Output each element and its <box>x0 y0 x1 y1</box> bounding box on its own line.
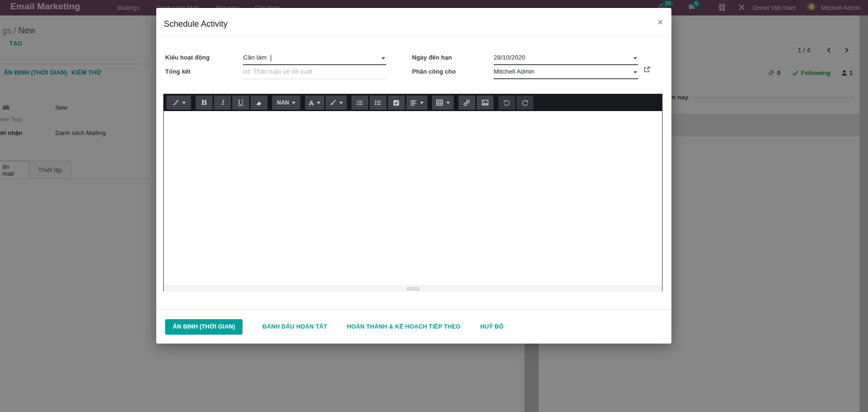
magic-wand-icon <box>172 99 179 106</box>
table-caret-icon <box>446 102 450 104</box>
undo-icon <box>503 99 510 106</box>
mark-done-button[interactable]: ĐÁNH DẤU HOÀN TẤT <box>262 323 327 330</box>
summary-placeholder: vd: Thảo luận về đề xuất <box>243 68 312 75</box>
summary-label: Tổng kết <box>165 68 190 75</box>
summary-input[interactable]: vd: Thảo luận về đề xuất <box>243 65 386 79</box>
note-editor: B I U NAN A <box>163 94 662 292</box>
screen: Email Marketing Mailings Danh sách Mail … <box>0 0 868 412</box>
assigned-to-label: Phân công cho <box>412 68 456 75</box>
link-icon <box>463 99 470 106</box>
font-size-caret-icon <box>292 102 296 104</box>
list-ol-icon <box>374 99 381 106</box>
italic-button[interactable]: I <box>214 96 231 110</box>
assigned-to-value: Mitchell Admin <box>494 68 534 75</box>
schedule-button[interactable]: ẤN ĐỊNH (THỜI GIAN) <box>165 319 243 335</box>
redo-button[interactable] <box>517 96 533 110</box>
table-button[interactable] <box>432 96 454 110</box>
font-color-button[interactable]: A <box>305 96 324 110</box>
table-icon <box>436 99 443 106</box>
eraser-button[interactable] <box>251 96 267 110</box>
bold-button[interactable]: B <box>196 96 213 110</box>
due-date-label: Ngày đến hạn <box>412 54 452 61</box>
activity-type-caret-icon[interactable] <box>381 57 385 60</box>
close-icon[interactable]: × <box>657 17 663 27</box>
checklist-button[interactable] <box>388 96 405 110</box>
underline-button[interactable]: U <box>232 96 249 110</box>
modal-title: Schedule Activity <box>164 19 228 29</box>
activity-type-select[interactable]: Cần làm <box>243 51 386 65</box>
highlight-caret-icon <box>339 102 343 104</box>
modal-footer: ẤN ĐỊNH (THỜI GIAN) ĐÁNH DẤU HOÀN TẤT HO… <box>156 309 671 344</box>
eraser-icon <box>255 99 263 106</box>
list-ul-icon <box>356 99 363 106</box>
done-schedule-next-button[interactable]: HOÀN THÀNH & KẾ HOẠCH TIẾP THEO <box>347 323 460 330</box>
editor-toolbar: B I U NAN A <box>164 94 662 111</box>
font-color-caret-icon <box>317 102 320 104</box>
assigned-to-caret-icon[interactable] <box>633 71 637 74</box>
paintbrush-icon <box>329 99 336 106</box>
modal-header-divider <box>156 36 671 37</box>
redo-icon <box>521 99 529 106</box>
external-link-icon[interactable] <box>643 66 650 73</box>
ordered-list-button[interactable] <box>370 96 387 110</box>
image-icon <box>481 99 489 106</box>
activity-type-label: Kiểu hoạt động <box>165 54 210 61</box>
due-date-value: 28/10/2020 <box>494 54 525 61</box>
align-icon <box>410 99 417 106</box>
due-date-caret-icon[interactable] <box>633 57 637 60</box>
editor-resize-handle[interactable] <box>164 285 662 292</box>
activity-type-value: Cần làm <box>243 54 266 61</box>
style-magic-button[interactable] <box>167 96 191 110</box>
text-cursor <box>271 55 271 61</box>
checklist-icon <box>393 99 400 106</box>
align-caret-icon <box>420 102 424 104</box>
font-color-label: A <box>309 99 314 107</box>
unordered-list-button[interactable] <box>351 96 368 110</box>
due-date-input[interactable]: 28/10/2020 <box>494 51 638 65</box>
font-size-button[interactable]: NAN <box>272 96 300 110</box>
undo-button[interactable] <box>498 96 515 110</box>
highlight-button[interactable] <box>326 96 347 110</box>
resize-grip-icon <box>406 288 419 290</box>
discard-button[interactable]: HUỶ BỎ <box>480 323 503 330</box>
insert-link-button[interactable] <box>458 96 475 110</box>
assigned-to-select[interactable]: Mitchell Admin <box>494 65 638 79</box>
editor-content-area[interactable] <box>164 111 662 285</box>
font-size-label: NAN <box>277 99 289 106</box>
schedule-activity-modal: Schedule Activity × Kiểu hoạt động Cần l… <box>156 8 671 344</box>
insert-image-button[interactable] <box>477 96 494 110</box>
style-caret-icon <box>182 102 186 104</box>
align-button[interactable] <box>406 96 427 110</box>
